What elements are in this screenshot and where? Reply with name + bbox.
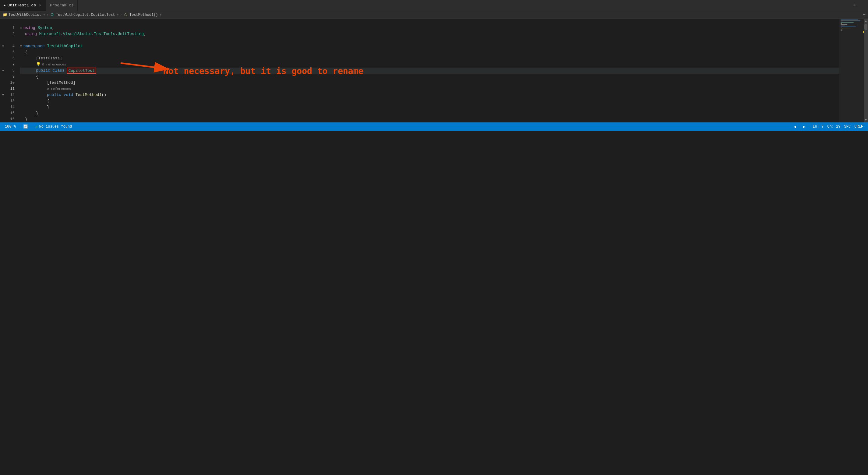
rename-box[interactable]: CopilotTest (67, 68, 96, 74)
code-line-6: [TestClass] (20, 55, 839, 62)
annotation-text: Not necessary, but it is good to rename (163, 66, 363, 76)
code-line-15: } (20, 110, 839, 116)
fold-method[interactable]: ▼ (0, 92, 6, 98)
ns-system: System (37, 25, 52, 31)
code-editor[interactable]: ⊟ using System ; using Microsoft.VisualS… (17, 19, 839, 122)
line-num-4: 4 (6, 43, 14, 49)
fold-gutter: ▼ ▼ ▼ (0, 19, 6, 122)
ref-hint-method: 0 references (47, 86, 71, 92)
scroll-left-icon: ◀ (794, 125, 796, 129)
ns-testcopilot: TestWithCopilot (47, 43, 83, 49)
scroll-up-arrow[interactable]: ▲ (864, 19, 868, 24)
breadcrumb-class[interactable]: ⬡ TestWithCopilot.CopilotTest ▾ (50, 12, 119, 18)
line-num-12: 12 (6, 92, 14, 98)
attr-testmethod: [TestMethod] (47, 80, 75, 86)
status-ln[interactable]: Ln: 7 (811, 125, 825, 129)
code-line-16: } (20, 116, 839, 122)
code-line-11-ref: 0 references (20, 86, 839, 92)
zoom-label: 100 % (5, 125, 16, 129)
tab-close-unittest1[interactable]: ✕ (38, 3, 42, 8)
method-icon: ⬡ (123, 12, 128, 18)
code-line-12: public void TestMethod1 () (20, 92, 839, 98)
no-issues-icon: ✔ (35, 124, 38, 129)
line-numbers: 1 2 4 5 6 7 8 9 10 11 12 13 14 15 16 (6, 19, 17, 122)
line-num-7: 7 (6, 62, 14, 68)
scrollbar-vertical[interactable]: ▲ ▼ (864, 19, 868, 122)
status-zoom[interactable]: 100 % (3, 122, 18, 131)
kw-namespace: namespace (24, 43, 45, 49)
kw-using-2: using (25, 31, 37, 37)
folder-icon: 📁 (2, 12, 7, 18)
tab-bar: ● UnitTest1.cs ✕ Program.cs + (0, 0, 868, 11)
status-scroll-left[interactable]: ◀ (792, 122, 798, 131)
line-num-14: 14 (6, 104, 14, 110)
encoding-label: CRLF (854, 125, 863, 129)
line-num-1: 1 (6, 25, 14, 31)
breadcrumb-method[interactable]: ⬡ TestMethod1() ▾ (123, 12, 162, 18)
line-num-5: 5 (6, 49, 14, 55)
fold-class[interactable]: ▼ (0, 68, 6, 74)
status-right: Ln: 7 Ch: 29 SPC CRLF (811, 125, 865, 129)
ln-label: Ln: 7 (812, 125, 824, 129)
line-num-10: 10 (6, 80, 14, 86)
kw-using-1: using (24, 25, 35, 31)
code-line-5: { (20, 49, 839, 55)
status-git[interactable]: 🔄 (21, 122, 30, 131)
scroll-down-arrow[interactable]: ▼ (864, 118, 868, 122)
tab-label-unittest1: UnitTest1.cs (8, 3, 36, 8)
status-encoding[interactable]: CRLF (852, 125, 865, 129)
kw-public-void: public (47, 92, 61, 98)
status-bar: 100 % 🔄 ✔ No issues found ◀ ▶ Ln: 7 Ch: … (0, 122, 868, 131)
status-col[interactable]: Ch: 29 (825, 125, 842, 129)
code-line-8: public class CopilotTest (20, 68, 839, 74)
fold-namespace[interactable]: ▼ (0, 43, 6, 49)
minimap (839, 19, 864, 122)
breadcrumb-sep-1: › (46, 13, 49, 17)
breadcrumb-add-icon[interactable]: + (863, 12, 866, 18)
status-scroll-right[interactable]: ▶ (801, 122, 807, 131)
code-line-2: using Microsoft.VisualStudio.TestTools.U… (20, 31, 839, 37)
status-spaces[interactable]: SPC (842, 125, 853, 129)
line-num-11: 11 (6, 86, 14, 92)
tab-modified-dot: ● (4, 4, 6, 7)
ns-microsoft: Microsoft.VisualStudio.TestTools.UnitTes… (39, 31, 144, 37)
lightbulb-icon[interactable]: 💡 (36, 62, 41, 68)
tab-unittest1[interactable]: ● UnitTest1.cs ✕ (0, 0, 46, 11)
ide-window: ● UnitTest1.cs ✕ Program.cs + 📁 TestWith… (0, 0, 868, 131)
scroll-right-icon: ▶ (803, 125, 805, 129)
kw-class: class (53, 68, 65, 74)
code-line-10: [TestMethod] (20, 80, 839, 86)
breadcrumb-class-arrow: ▾ (117, 13, 119, 17)
no-issues-label: No issues found (39, 125, 72, 129)
breadcrumb-class-label: TestWithCopilot.CopilotTest (56, 13, 115, 17)
line-num-13: 13 (6, 98, 14, 104)
code-line-1: ⊟ using System ; (20, 25, 839, 31)
editor-container: ▼ ▼ ▼ 1 2 4 5 6 7 8 9 10 1 (0, 19, 868, 122)
code-line-blank (20, 19, 839, 25)
code-line-13: { (20, 98, 839, 104)
breadcrumb-sep-2: › (120, 13, 122, 17)
line-num-8: 8 (6, 68, 14, 74)
col-label: Ch: 29 (827, 125, 840, 129)
scrollbar-thumb[interactable] (864, 24, 867, 30)
tab-label-program: Program.cs (50, 3, 74, 8)
code-line-4: ⊟ namespace TestWithCopilot (20, 43, 839, 49)
kw-void: void (64, 92, 73, 98)
line-num-6: 6 (6, 55, 14, 62)
line-num-2: 2 (6, 31, 14, 37)
breadcrumb-project[interactable]: 📁 TestWithCopilot ▾ (2, 12, 45, 18)
line-num-16: 16 (6, 116, 14, 122)
line-num-blank (6, 19, 14, 25)
code-line-14: } (20, 104, 839, 110)
breadcrumb-project-label: TestWithCopilot (8, 13, 41, 17)
line-num-3 (6, 37, 14, 43)
attr-testclass: [TestClass] (36, 55, 62, 62)
code-line-7-ref: 💡 0 references (20, 62, 839, 68)
breadcrumb-project-arrow: ▾ (43, 13, 45, 17)
status-errors[interactable]: ✔ No issues found (33, 122, 74, 131)
tab-program[interactable]: Program.cs (46, 0, 78, 11)
spaces-label: SPC (844, 125, 851, 129)
new-tab-button[interactable]: + (850, 2, 859, 8)
kw-public-class: public (36, 68, 50, 74)
class-icon: ⬡ (50, 12, 55, 18)
